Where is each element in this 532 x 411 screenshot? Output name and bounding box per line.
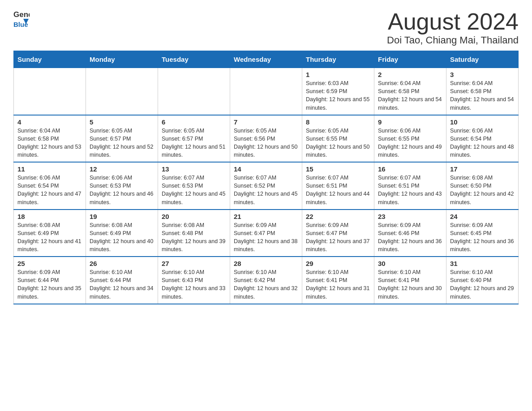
calendar-week-5: 25Sunrise: 6:09 AMSunset: 6:44 PMDayligh… [14, 257, 519, 304]
day-info: Sunrise: 6:09 AMSunset: 6:47 PMDaylight:… [234, 221, 298, 254]
day-info: Sunrise: 6:07 AMSunset: 6:51 PMDaylight:… [306, 174, 370, 206]
calendar-header-tuesday: Tuesday [158, 51, 230, 68]
day-info: Sunrise: 6:07 AMSunset: 6:52 PMDaylight:… [234, 174, 298, 206]
calendar-cell [14, 68, 86, 115]
day-number: 20 [162, 213, 226, 220]
day-number: 3 [450, 71, 515, 78]
day-number: 29 [306, 260, 370, 267]
day-info: Sunrise: 6:06 AMSunset: 6:53 PMDaylight:… [90, 174, 154, 206]
calendar-cell: 17Sunrise: 6:08 AMSunset: 6:50 PMDayligh… [446, 162, 519, 210]
calendar-header-thursday: Thursday [302, 51, 374, 68]
day-number: 2 [378, 71, 442, 78]
day-info: Sunrise: 6:09 AMSunset: 6:46 PMDaylight:… [378, 221, 442, 254]
calendar-cell: 24Sunrise: 6:09 AMSunset: 6:45 PMDayligh… [446, 210, 519, 257]
calendar-cell: 4Sunrise: 6:04 AMSunset: 6:58 PMDaylight… [14, 115, 86, 163]
calendar-cell: 12Sunrise: 6:06 AMSunset: 6:53 PMDayligh… [86, 162, 158, 210]
day-number: 11 [17, 165, 82, 173]
calendar-cell: 28Sunrise: 6:10 AMSunset: 6:42 PMDayligh… [230, 257, 302, 304]
day-info: Sunrise: 6:08 AMSunset: 6:50 PMDaylight:… [450, 174, 515, 206]
day-number: 28 [234, 260, 298, 267]
day-number: 27 [162, 260, 226, 267]
day-number: 14 [234, 165, 298, 173]
calendar-cell: 15Sunrise: 6:07 AMSunset: 6:51 PMDayligh… [302, 162, 374, 210]
day-number: 30 [378, 260, 442, 267]
calendar-cell [230, 68, 302, 115]
day-number: 26 [90, 260, 154, 267]
day-number: 15 [306, 165, 370, 173]
title-block: August 2024 Doi Tao, Chiang Mai, Thailan… [387, 9, 519, 46]
day-info: Sunrise: 6:06 AMSunset: 6:54 PMDaylight:… [450, 127, 515, 159]
day-info: Sunrise: 6:04 AMSunset: 6:58 PMDaylight:… [17, 127, 82, 159]
page-header: General Blue August 2024 Doi Tao, Chiang… [13, 9, 519, 46]
calendar-cell: 1Sunrise: 6:03 AMSunset: 6:59 PMDaylight… [302, 68, 374, 115]
day-number: 9 [378, 118, 442, 126]
day-number: 25 [17, 260, 82, 267]
day-info: Sunrise: 6:06 AMSunset: 6:54 PMDaylight:… [17, 174, 82, 206]
calendar-week-2: 4Sunrise: 6:04 AMSunset: 6:58 PMDaylight… [14, 115, 519, 163]
day-number: 8 [306, 118, 370, 126]
day-number: 6 [162, 118, 226, 126]
day-info: Sunrise: 6:09 AMSunset: 6:44 PMDaylight:… [17, 268, 82, 301]
calendar-cell: 9Sunrise: 6:06 AMSunset: 6:55 PMDaylight… [374, 115, 446, 163]
logo-svg: General Blue [13, 9, 30, 28]
day-info: Sunrise: 6:10 AMSunset: 6:42 PMDaylight:… [234, 268, 298, 301]
day-number: 10 [450, 118, 515, 126]
day-info: Sunrise: 6:04 AMSunset: 6:58 PMDaylight:… [378, 79, 442, 112]
day-number: 5 [90, 118, 154, 126]
page-title: August 2024 [387, 9, 519, 34]
calendar-table: SundayMondayTuesdayWednesdayThursdayFrid… [13, 51, 519, 304]
svg-text:General: General [13, 10, 30, 19]
day-info: Sunrise: 6:05 AMSunset: 6:57 PMDaylight:… [162, 127, 226, 159]
day-info: Sunrise: 6:05 AMSunset: 6:56 PMDaylight:… [234, 127, 298, 159]
day-number: 21 [234, 213, 298, 220]
calendar-cell: 11Sunrise: 6:06 AMSunset: 6:54 PMDayligh… [14, 162, 86, 210]
day-info: Sunrise: 6:05 AMSunset: 6:55 PMDaylight:… [306, 127, 370, 159]
day-info: Sunrise: 6:04 AMSunset: 6:58 PMDaylight:… [450, 79, 515, 112]
svg-text:Blue: Blue [13, 21, 28, 28]
calendar-cell: 29Sunrise: 6:10 AMSunset: 6:41 PMDayligh… [302, 257, 374, 304]
calendar-cell: 26Sunrise: 6:10 AMSunset: 6:44 PMDayligh… [86, 257, 158, 304]
day-number: 7 [234, 118, 298, 126]
calendar-cell: 14Sunrise: 6:07 AMSunset: 6:52 PMDayligh… [230, 162, 302, 210]
calendar-week-1: 1Sunrise: 6:03 AMSunset: 6:59 PMDaylight… [14, 68, 519, 115]
calendar-cell: 8Sunrise: 6:05 AMSunset: 6:55 PMDaylight… [302, 115, 374, 163]
calendar-cell: 7Sunrise: 6:05 AMSunset: 6:56 PMDaylight… [230, 115, 302, 163]
calendar-header-monday: Monday [86, 51, 158, 68]
calendar-header-friday: Friday [374, 51, 446, 68]
day-info: Sunrise: 6:09 AMSunset: 6:47 PMDaylight:… [306, 221, 370, 254]
calendar-cell: 5Sunrise: 6:05 AMSunset: 6:57 PMDaylight… [86, 115, 158, 163]
calendar-cell: 10Sunrise: 6:06 AMSunset: 6:54 PMDayligh… [446, 115, 519, 163]
calendar-header-sunday: Sunday [14, 51, 86, 68]
day-info: Sunrise: 6:08 AMSunset: 6:49 PMDaylight:… [90, 221, 154, 254]
day-info: Sunrise: 6:10 AMSunset: 6:44 PMDaylight:… [90, 268, 154, 301]
calendar-cell: 22Sunrise: 6:09 AMSunset: 6:47 PMDayligh… [302, 210, 374, 257]
day-number: 17 [450, 165, 515, 173]
day-info: Sunrise: 6:03 AMSunset: 6:59 PMDaylight:… [306, 79, 370, 112]
day-number: 13 [162, 165, 226, 173]
day-info: Sunrise: 6:09 AMSunset: 6:45 PMDaylight:… [450, 221, 515, 254]
day-info: Sunrise: 6:10 AMSunset: 6:41 PMDaylight:… [306, 268, 370, 301]
day-number: 24 [450, 213, 515, 220]
calendar-cell: 27Sunrise: 6:10 AMSunset: 6:43 PMDayligh… [158, 257, 230, 304]
day-info: Sunrise: 6:07 AMSunset: 6:53 PMDaylight:… [162, 174, 226, 206]
day-info: Sunrise: 6:05 AMSunset: 6:57 PMDaylight:… [90, 127, 154, 159]
day-number: 22 [306, 213, 370, 220]
day-info: Sunrise: 6:10 AMSunset: 6:43 PMDaylight:… [162, 268, 226, 301]
day-info: Sunrise: 6:10 AMSunset: 6:40 PMDaylight:… [450, 268, 515, 301]
day-info: Sunrise: 6:08 AMSunset: 6:48 PMDaylight:… [162, 221, 226, 254]
day-info: Sunrise: 6:08 AMSunset: 6:49 PMDaylight:… [17, 221, 82, 254]
day-info: Sunrise: 6:06 AMSunset: 6:55 PMDaylight:… [378, 127, 442, 159]
calendar-cell: 6Sunrise: 6:05 AMSunset: 6:57 PMDaylight… [158, 115, 230, 163]
day-number: 18 [17, 213, 82, 220]
calendar-header-wednesday: Wednesday [230, 51, 302, 68]
calendar-cell: 21Sunrise: 6:09 AMSunset: 6:47 PMDayligh… [230, 210, 302, 257]
calendar-cell: 25Sunrise: 6:09 AMSunset: 6:44 PMDayligh… [14, 257, 86, 304]
day-number: 31 [450, 260, 515, 267]
calendar-cell: 13Sunrise: 6:07 AMSunset: 6:53 PMDayligh… [158, 162, 230, 210]
calendar-week-3: 11Sunrise: 6:06 AMSunset: 6:54 PMDayligh… [14, 162, 519, 210]
calendar-cell: 18Sunrise: 6:08 AMSunset: 6:49 PMDayligh… [14, 210, 86, 257]
page-subtitle: Doi Tao, Chiang Mai, Thailand [387, 34, 519, 46]
day-number: 16 [378, 165, 442, 173]
calendar-cell: 19Sunrise: 6:08 AMSunset: 6:49 PMDayligh… [86, 210, 158, 257]
day-number: 23 [378, 213, 442, 220]
